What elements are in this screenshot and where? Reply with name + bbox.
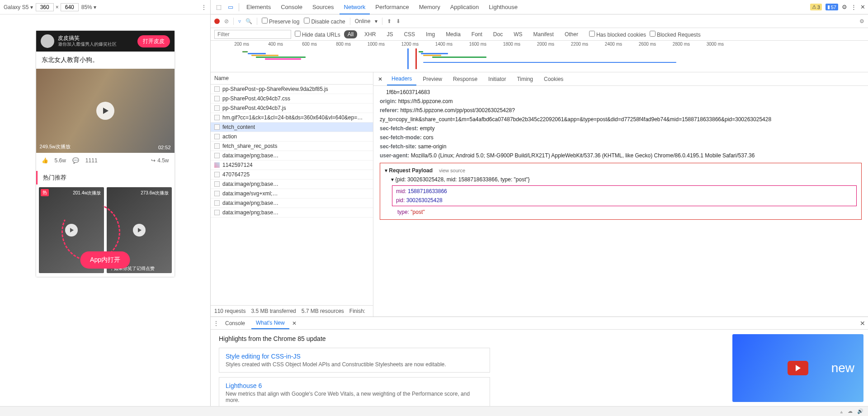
tab-response[interactable]: Response (448, 73, 482, 85)
play-icon[interactable] (96, 102, 114, 120)
filter-toggle-icon[interactable]: ▿ (238, 18, 241, 24)
messages-badge[interactable]: ▮ 57 (826, 4, 838, 10)
share-icon[interactable]: ↪ (151, 157, 156, 164)
request-row[interactable]: hm.gif?cc=1&ck=1&cl=24-bit&ds=360x640&vl… (211, 113, 373, 123)
close-icon[interactable]: ✕ (860, 4, 865, 10)
filter-input[interactable] (214, 30, 291, 39)
warnings-badge[interactable]: ⚠ 3 (810, 4, 822, 10)
tab-sources[interactable]: Sources (308, 0, 339, 14)
request-row[interactable]: pp-SharePost.40c94cb7.js (211, 104, 373, 113)
tab-initiator[interactable]: Initiator (484, 73, 510, 85)
filter-xhr[interactable]: XHR (361, 30, 379, 38)
tab-preview[interactable]: Preview (418, 73, 447, 85)
network-timeline[interactable]: 200 ms400 ms600 ms800 ms1000 ms1200 ms14… (211, 41, 868, 72)
filter-css[interactable]: CSS (400, 30, 419, 38)
hide-data-urls-checkbox[interactable]: Hide data URLs (295, 31, 340, 38)
tab-performance[interactable]: Performance (371, 0, 413, 14)
request-row[interactable]: 470764725 (211, 170, 373, 180)
request-row[interactable]: action (211, 132, 373, 142)
timeline-tick: 1800 ms (486, 42, 520, 47)
list-header-name[interactable]: Name (211, 72, 373, 85)
zoom-select[interactable]: 85% ▾ (81, 4, 96, 10)
tab-application[interactable]: Application (446, 0, 484, 14)
upload-icon[interactable]: ⬆ (387, 18, 392, 24)
tab-cookies[interactable]: Cookies (539, 73, 568, 85)
request-row[interactable]: data:image/png;base… (211, 208, 373, 217)
video-duration: 02:52 (158, 145, 171, 150)
drawer-tab-close-icon[interactable]: ✕ (292, 320, 297, 326)
play-icon (65, 224, 78, 236)
tray-icon[interactable]: ⟁ (840, 409, 843, 414)
tray-icon[interactable]: ☁ (848, 408, 853, 414)
filter-doc[interactable]: Doc (490, 30, 506, 38)
preserve-log-checkbox[interactable]: Preserve log (262, 18, 299, 25)
timeline-tick: 2800 ms (656, 42, 690, 47)
tray-icon[interactable]: 🔊 (857, 408, 863, 414)
request-row[interactable]: pp-SharePost.40c94cb7.css (211, 94, 373, 104)
app-header: 皮皮搞笑 邀你加入最懂男人的爆笑社区 打开皮皮 (36, 31, 175, 52)
filter-ws[interactable]: WS (510, 30, 526, 38)
tab-network[interactable]: Network (340, 0, 370, 14)
open-in-app-button[interactable]: App内打开 (80, 251, 130, 269)
tab-console[interactable]: Console (276, 0, 307, 14)
request-row[interactable]: data:image/svg+xml;… (211, 189, 373, 199)
network-settings-icon[interactable]: ⚙ (859, 18, 864, 24)
header-origin-value: https://h5.ippzone.com (398, 98, 453, 104)
tab-memory[interactable]: Memory (415, 0, 445, 14)
request-row[interactable]: fetch_share_rec_posts (211, 142, 373, 151)
device-select[interactable]: Galaxy S5 ▾ (4, 4, 33, 10)
viewport-width-input[interactable] (36, 3, 54, 11)
request-row[interactable]: data:image/png;base… (211, 151, 373, 161)
tab-headers[interactable]: Headers (387, 72, 416, 85)
whatsnew-card[interactable]: Style editing for CSS-in-JSStyles create… (219, 348, 490, 373)
drawer-more-icon[interactable]: ⋮ (213, 320, 219, 326)
filter-all[interactable]: All (344, 30, 357, 38)
request-row[interactable]: 1142597124 (211, 161, 373, 170)
inspect-icon[interactable]: ⬚ (213, 2, 224, 12)
request-row[interactable]: data:image/png;base… (211, 180, 373, 189)
tab-timing[interactable]: Timing (512, 73, 538, 85)
comment-icon[interactable]: 💬 (72, 157, 79, 164)
device-toggle-icon[interactable]: ▭ (225, 2, 236, 12)
viewport-height-input[interactable] (61, 3, 79, 11)
clear-icon[interactable]: ⊘ (224, 18, 229, 24)
app-subtitle: 邀你加入最懂男人的爆笑社区 (58, 41, 117, 47)
filter-other[interactable]: Other (561, 30, 582, 38)
drawer-close-icon[interactable]: ✕ (860, 320, 865, 327)
view-source-link[interactable]: view source (439, 168, 465, 173)
devtools-main-tabs: ⬚ ▭ Elements Console Sources Network Per… (211, 0, 868, 14)
disable-cache-checkbox[interactable]: Disable cache (304, 18, 345, 25)
search-icon[interactable]: 🔍 (245, 18, 252, 24)
filter-font[interactable]: Font (468, 30, 486, 38)
like-icon[interactable]: 👍 (42, 157, 48, 164)
more-icon[interactable]: ⋮ (851, 4, 857, 10)
filter-manifest[interactable]: Manifest (530, 30, 557, 38)
close-detail-icon[interactable]: ✕ (375, 76, 385, 82)
tab-elements[interactable]: Elements (242, 0, 275, 14)
tab-lighthouse[interactable]: Lighthouse (484, 0, 522, 14)
request-row[interactable]: data:image/png;base… (211, 199, 373, 208)
video-player[interactable]: 249.5w次播放 02:52 (36, 69, 175, 153)
download-icon[interactable]: ⬇ (396, 18, 401, 24)
request-row[interactable]: fetch_content (211, 123, 373, 132)
emulator-more-icon[interactable]: ⋮ (201, 4, 207, 10)
detail-tabs: ✕ Headers Preview Response Initiator Tim… (373, 72, 868, 86)
settings-icon[interactable]: ⚙ (842, 4, 847, 10)
filter-js[interactable]: JS (383, 30, 396, 38)
open-app-button[interactable]: 打开皮皮 (137, 35, 170, 47)
request-name: pp-SharePost~pp-ShareReview.9da2bf85.js (222, 86, 328, 92)
throttling-select[interactable]: Online ▾ (355, 18, 378, 24)
dimension-separator: × (56, 4, 59, 10)
record-button[interactable] (214, 19, 220, 24)
timeline-tick: 1600 ms (453, 42, 486, 47)
file-type-icon (214, 210, 220, 215)
filter-img[interactable]: Img (422, 30, 439, 38)
whatsnew-video-thumbnail[interactable]: new (732, 334, 863, 402)
filter-media[interactable]: Media (442, 30, 464, 38)
blocked-cookies-checkbox[interactable]: Has blocked cookies (589, 31, 646, 38)
request-row[interactable]: pp-SharePost~pp-ShareReview.9da2bf85.js (211, 85, 373, 94)
drawer-tab-whatsnew[interactable]: What's New (251, 317, 289, 329)
drawer-tab-console[interactable]: Console (221, 317, 250, 329)
whatsnew-card[interactable]: Lighthouse 6New metrics that align with … (219, 377, 490, 408)
blocked-requests-checkbox[interactable]: Blocked Requests (650, 31, 701, 38)
